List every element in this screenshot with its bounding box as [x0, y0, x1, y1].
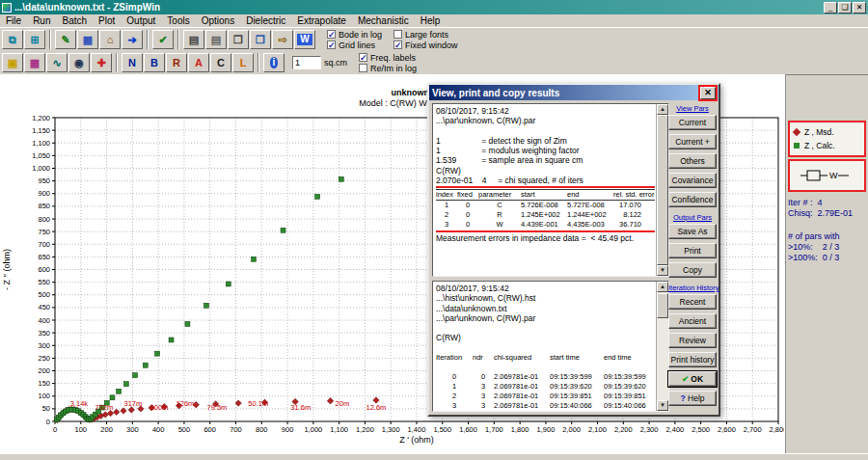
checkbox-freq-labels[interactable]: ✓Freq. labels: [359, 52, 417, 63]
link-view-pars[interactable]: View Pars: [668, 104, 717, 113]
window-titlebar[interactable]: ...\data\unknown.txt - ZSimpWin _❏✕: [0, 0, 868, 14]
checkbox-grid-lines[interactable]: ✓Grid lines: [327, 40, 382, 50]
print-button[interactable]: ▤: [183, 30, 204, 49]
checkbox-re-im-in-log[interactable]: Re/Im in log: [359, 63, 417, 73]
menu-run[interactable]: Run: [27, 15, 56, 26]
dialog-titlebar[interactable]: View, print and copy results ✕: [429, 85, 719, 100]
scroll-up-icon[interactable]: ▲: [657, 104, 668, 115]
color-plot-button[interactable]: ▦: [24, 53, 45, 72]
equivalent-circuit-icon: W: [800, 165, 854, 186]
print-history-button[interactable]: Print history: [668, 352, 717, 367]
inductance-plot-button[interactable]: L: [232, 53, 254, 72]
confidence-button[interactable]: Confidence: [668, 192, 717, 207]
menu-output[interactable]: Output: [121, 15, 161, 26]
report-text-area[interactable]: 08/10/2017, 9:15:42...\par\unknown, C(RW…: [432, 103, 669, 277]
link-iteration-history[interactable]: Iteration History: [668, 284, 717, 292]
svg-text:300: 300: [38, 341, 50, 350]
print-preview-icon: ▤: [211, 35, 221, 45]
svg-text:650: 650: [38, 253, 50, 261]
navigate-button[interactable]: ✚: [91, 53, 112, 72]
sample-area-input[interactable]: [292, 56, 321, 69]
menu-dielectric[interactable]: Dielectric: [240, 15, 291, 26]
svg-text:1,700: 1,700: [485, 425, 503, 434]
open-file-button[interactable]: ▣: [2, 53, 23, 72]
svg-text:2,800: 2,800: [770, 425, 784, 434]
preview-eye-icon: ◉: [74, 58, 84, 68]
covariance-button[interactable]: Covariance: [668, 173, 717, 188]
menu-batch[interactable]: Batch: [56, 15, 93, 26]
scroll-down-icon[interactable]: ▼: [657, 265, 668, 276]
maximize-button[interactable]: ❏: [838, 2, 852, 14]
menu-extrapolate[interactable]: Extrapolate: [291, 15, 352, 26]
svg-text:600: 600: [203, 425, 216, 434]
copy-button[interactable]: Copy: [668, 262, 717, 278]
ancient-button[interactable]: Ancient: [668, 313, 717, 329]
capacitance-plot-button[interactable]: C: [210, 53, 231, 72]
scroll-up-icon[interactable]: ▲: [657, 282, 668, 292]
checkbox-bode-in-log[interactable]: ✓Bode in log: [327, 29, 382, 40]
tile-windows-button[interactable]: ⊞: [24, 30, 45, 49]
ok-button[interactable]: ✔ OK: [668, 371, 717, 387]
copy-data-button[interactable]: ❐: [250, 30, 271, 49]
dialog-close-button[interactable]: ✕: [700, 87, 716, 99]
scroll-down-icon[interactable]: ▼: [657, 400, 668, 411]
recent-button[interactable]: Recent: [668, 294, 717, 310]
menu-mechanistic[interactable]: Mechanistic: [352, 15, 415, 26]
navigate-icon: ✚: [96, 58, 105, 68]
history-text-area[interactable]: 08/10/2017, 9:15:42...\hist\unknown, C(R…: [432, 281, 669, 412]
copy-graph-icon: ❐: [233, 35, 243, 45]
svg-text:317m: 317m: [124, 399, 143, 408]
svg-text:W: W: [829, 171, 838, 180]
others-button[interactable]: Others: [668, 153, 717, 169]
link-output-pars[interactable]: Output Pars: [668, 213, 717, 222]
copy-graph-button[interactable]: ❐: [228, 30, 249, 49]
preview-eye-button[interactable]: ◉: [68, 53, 90, 72]
report-scrollbar[interactable]: ▲ ▼: [656, 104, 668, 276]
svg-text:800: 800: [256, 425, 268, 434]
checkbox-label: Grid lines: [339, 41, 375, 50]
resistance-plot-button[interactable]: R: [166, 53, 187, 72]
accept-fit-button[interactable]: ✔: [152, 30, 174, 49]
run-fit-button[interactable]: ➔: [122, 30, 143, 49]
close-button[interactable]: ✕: [853, 2, 866, 14]
info-button[interactable]: i: [263, 53, 285, 72]
fit-model-icon: ✎: [61, 35, 69, 45]
export-button[interactable]: ⇨: [272, 30, 293, 49]
menu-tools[interactable]: Tools: [161, 15, 195, 26]
bode-plot-button[interactable]: B: [144, 53, 165, 72]
help-button[interactable]: ? Help: [668, 391, 717, 406]
plot-setup-button[interactable]: ▦: [77, 30, 98, 49]
nyquist-plot-button[interactable]: N: [122, 53, 143, 72]
admittance-plot-button[interactable]: A: [188, 53, 209, 72]
minimize-button[interactable]: _: [824, 2, 837, 14]
print-preview-button[interactable]: ▤: [205, 30, 227, 49]
scrollbar-thumb[interactable]: [657, 115, 668, 265]
current-button[interactable]: Current +: [668, 134, 717, 149]
save-as-button[interactable]: Save As: [668, 224, 717, 239]
menu-plot[interactable]: Plot: [93, 15, 121, 26]
svg-text:1,000: 1,000: [304, 425, 322, 434]
current-button[interactable]: Current: [668, 115, 717, 130]
fit-model-button[interactable]: ✎: [55, 30, 76, 49]
checkbox-large-fonts[interactable]: Large fonts: [393, 29, 458, 40]
home-button[interactable]: ⌂: [99, 30, 121, 49]
history-scrollbar[interactable]: ▲ ▼: [656, 282, 668, 411]
parameter-row: 20R1.245E+0021.244E+0028.122: [436, 210, 655, 220]
word-export-button[interactable]: W: [294, 30, 315, 49]
menu-options[interactable]: Options: [196, 15, 240, 26]
menu-file[interactable]: File: [0, 15, 27, 26]
results-dialog: View, print and copy results ✕ 08/10/201…: [427, 83, 720, 417]
waveform-button[interactable]: ∿: [46, 53, 68, 72]
menu-help[interactable]: Help: [415, 15, 447, 26]
question-icon: ?: [680, 393, 688, 403]
cascade-windows-button[interactable]: ⧉: [2, 30, 23, 49]
export-icon: ⇨: [278, 35, 286, 45]
print-button[interactable]: Print: [668, 243, 717, 258]
svg-text:792m: 792m: [95, 403, 114, 412]
checkbox-fixed-window[interactable]: ✓Fixed window: [393, 40, 458, 50]
review-button[interactable]: Review: [668, 333, 717, 348]
svg-text:100: 100: [75, 425, 88, 434]
scrollbar-thumb[interactable]: [657, 293, 668, 318]
svg-text:1,150: 1,150: [32, 126, 50, 135]
parameter-table: indexfixedparameterstartendrel. std. err…: [436, 188, 655, 230]
